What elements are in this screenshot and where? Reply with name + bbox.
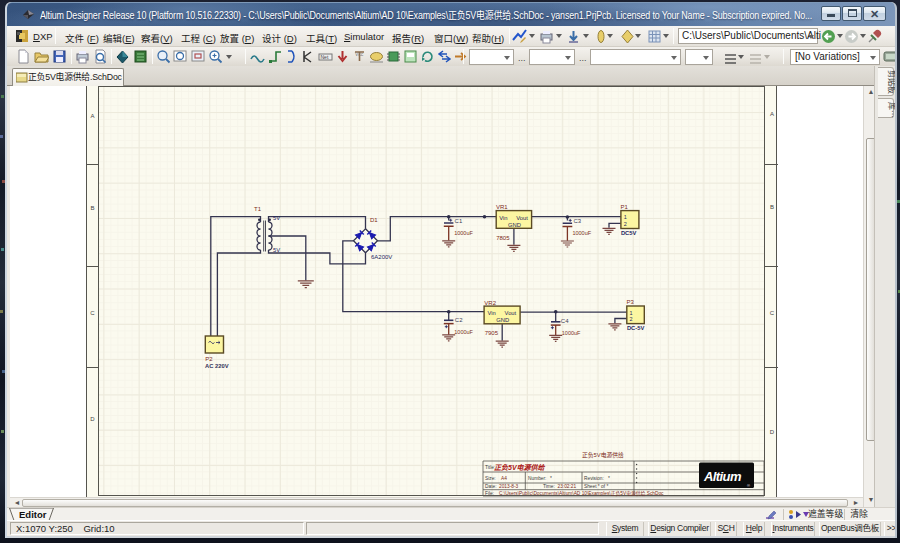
- svg-text:Vcc: Vcc: [355, 51, 364, 57]
- svg-text:1: 1: [624, 214, 627, 220]
- svg-text:2: 2: [624, 221, 627, 227]
- svg-text:Vout: Vout: [505, 310, 517, 316]
- svg-text:Date:: Date:: [485, 484, 496, 489]
- svg-text:正负5V电源供给: 正负5V电源供给: [494, 463, 546, 471]
- svg-text:2013-8-3: 2013-8-3: [499, 484, 519, 489]
- svg-text:2: 2: [630, 316, 633, 322]
- svg-text:C1: C1: [455, 218, 463, 224]
- svg-text:1000uF: 1000uF: [454, 230, 473, 236]
- svg-text:®: ®: [747, 483, 750, 488]
- svg-text:Altium: Altium: [703, 469, 742, 484]
- svg-text:1000uF: 1000uF: [562, 330, 581, 336]
- svg-text:T1: T1: [254, 206, 262, 212]
- svg-text:库⋯: 库⋯: [887, 102, 897, 118]
- svg-text:1: 1: [630, 310, 633, 316]
- svg-text:5V: 5V: [273, 215, 280, 221]
- svg-text:Sheet * of *: Sheet * of *: [584, 484, 608, 489]
- svg-text:C2: C2: [455, 317, 463, 323]
- svg-text:1000uF: 1000uF: [572, 230, 591, 236]
- svg-text:Vin: Vin: [487, 310, 495, 316]
- svg-text:C:\Users\Public\Documents\Alti: C:\Users\Public\Documents\Altium\AD 10\E…: [499, 490, 664, 497]
- svg-text:A4: A4: [501, 476, 507, 481]
- svg-text:C3: C3: [573, 218, 581, 224]
- svg-text:GND: GND: [496, 317, 509, 323]
- svg-text:VR2: VR2: [484, 300, 496, 306]
- svg-text:P1: P1: [621, 204, 629, 210]
- svg-text:Time:: Time:: [543, 484, 555, 489]
- svg-text:正负5V电源供给: 正负5V电源供给: [582, 451, 624, 459]
- svg-text:Number:: Number:: [528, 476, 546, 481]
- svg-text:D1: D1: [370, 217, 378, 223]
- svg-text:C4: C4: [561, 318, 569, 324]
- svg-text:P2: P2: [205, 356, 213, 362]
- svg-text:6A200V: 6A200V: [371, 254, 392, 260]
- svg-text:P3: P3: [627, 299, 635, 305]
- svg-text:*: *: [550, 476, 552, 481]
- svg-text:剪贴板: 剪贴板: [887, 70, 897, 94]
- svg-text:Editor: Editor: [19, 509, 47, 520]
- svg-text:1000uF: 1000uF: [454, 329, 473, 335]
- svg-text:DC5V: DC5V: [621, 230, 637, 236]
- svg-text:7905: 7905: [485, 330, 499, 336]
- svg-text:VR1: VR1: [496, 204, 508, 210]
- svg-text:Net: Net: [321, 54, 329, 60]
- svg-text:Revision:: Revision:: [584, 476, 604, 481]
- svg-text:23:02:21: 23:02:21: [558, 484, 577, 489]
- svg-text:Vin: Vin: [499, 215, 507, 221]
- svg-text:*: *: [608, 476, 610, 481]
- svg-text:File:: File:: [485, 491, 494, 496]
- svg-text:7805: 7805: [496, 235, 510, 241]
- svg-text:AC 220V: AC 220V: [205, 363, 229, 369]
- svg-text:GND: GND: [508, 222, 521, 228]
- svg-text:Size:: Size:: [485, 476, 496, 481]
- svg-text:DC-5V: DC-5V: [627, 325, 645, 331]
- svg-text:Vout: Vout: [516, 215, 528, 221]
- svg-text:5V: 5V: [273, 247, 280, 253]
